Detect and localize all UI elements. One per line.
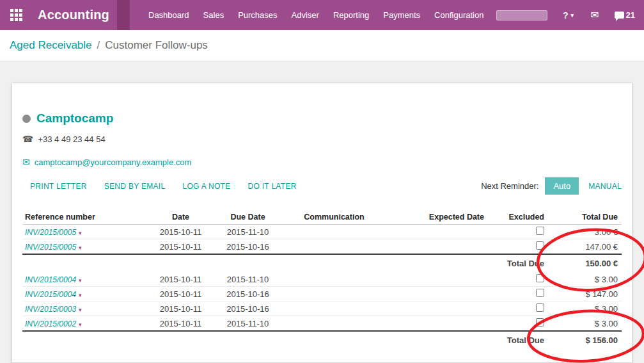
expected-date-cell[interactable] [384, 316, 489, 332]
expected-date-cell[interactable] [384, 287, 489, 302]
header-expected-date: Expected Date [384, 210, 489, 225]
menu-item-payments[interactable]: Payments [376, 0, 427, 30]
print-letter-button[interactable]: PRINT LETTER [30, 182, 87, 191]
communication-cell[interactable] [285, 316, 384, 332]
phone-icon: ☎ [22, 134, 33, 144]
invoice-link[interactable]: INV/2015/0005 [25, 243, 76, 252]
chevron-down-icon[interactable]: ▾ [79, 292, 82, 298]
table-row: INV/2015/0003▾ 2015-10-11 2015-10-16 $ 3… [22, 302, 622, 316]
send-by-email-button[interactable]: SEND BY EMAIL [104, 182, 166, 191]
table-row: INV/2015/0002▾ 2015-10-11 2015-11-10 $ 3… [22, 316, 622, 332]
invoice-link[interactable]: INV/2015/0004 [25, 290, 76, 299]
breadcrumb-aged-receivable[interactable]: Aged Receivable [10, 39, 92, 52]
main-area: Camptocamp ☎ +33 4 49 23 44 54 ✉ camptoc… [0, 61, 644, 363]
total-due-cell: $ 3.00 [554, 316, 622, 332]
message-count-badge: 21 [626, 10, 635, 20]
do-it-later-button[interactable]: DO IT LATER [247, 182, 296, 191]
customer-email-row: ✉ camptocamp@yourcompany.example.com [22, 157, 622, 167]
topbar-right: ? ▾ ✉ 21 [496, 9, 635, 21]
menu-item-configuration[interactable]: Configuration [427, 0, 491, 30]
topbar: Accounting Dashboard Sales Purchases Adv… [0, 0, 644, 30]
group-total-label: Total Due [489, 331, 554, 349]
date-cell: 2015-10-11 [150, 225, 211, 239]
expected-date-cell[interactable] [384, 225, 489, 239]
date-cell: 2015-10-11 [150, 316, 211, 332]
app-title[interactable]: Accounting [38, 8, 109, 22]
menu-item-dashboard[interactable]: Dashboard [141, 0, 196, 30]
breadcrumb-separator: / [97, 39, 100, 52]
communication-cell[interactable] [285, 272, 384, 287]
table-row: INV/2015/0004▾ 2015-10-11 2015-10-16 $ 1… [22, 287, 622, 302]
chevron-down-icon[interactable]: ▾ [79, 321, 82, 328]
due-date-cell: 2015-11-10 [211, 272, 285, 287]
due-date-cell: 2015-10-16 [211, 302, 285, 316]
chevron-down-icon[interactable]: ▾ [79, 245, 82, 251]
header-reference-number: Reference number [22, 210, 150, 225]
excluded-checkbox[interactable] [536, 227, 544, 235]
due-date-cell: 2015-10-16 [211, 287, 285, 302]
invoice-link[interactable]: INV/2015/0003 [25, 305, 76, 314]
customer-email[interactable]: camptocamp@yourcompany.example.com [35, 157, 192, 167]
total-due-cell: 3.00 € [554, 225, 622, 239]
chevron-down-icon[interactable]: ▾ [79, 230, 82, 236]
header-date: Date [150, 210, 211, 225]
date-cell: 2015-10-11 [150, 272, 211, 287]
followup-table: Reference number Date Due Date Communica… [22, 210, 622, 349]
help-menu[interactable]: ? ▾ [563, 10, 574, 20]
total-due-cell: $ 147.00 [554, 287, 622, 302]
next-reminder-label: Next Reminder: [481, 181, 538, 191]
menu-item-purchases[interactable]: Purchases [231, 0, 284, 30]
menu-item-sales[interactable]: Sales [196, 0, 232, 30]
chevron-down-icon: ▾ [571, 12, 574, 19]
table-row: INV/2015/0004▾ 2015-10-11 2015-11-10 $ 3… [22, 272, 622, 287]
envelope-icon: ✉ [22, 157, 30, 167]
topbar-divider [117, 0, 130, 30]
discuss-button[interactable]: 21 [615, 10, 635, 20]
communication-cell[interactable] [285, 239, 384, 255]
communication-cell[interactable] [285, 302, 384, 316]
communication-cell[interactable] [285, 287, 384, 302]
invoice-link[interactable]: INV/2015/0005 [25, 228, 76, 237]
chevron-down-icon[interactable]: ▾ [79, 307, 82, 313]
due-date-cell: 2015-10-16 [211, 239, 285, 255]
expected-date-cell[interactable] [384, 302, 489, 316]
excluded-checkbox[interactable] [536, 241, 544, 250]
log-a-note-button[interactable]: LOG A NOTE [182, 182, 230, 191]
excluded-checkbox[interactable] [536, 274, 544, 282]
header-excluded: Excluded [489, 210, 554, 225]
table-row: INV/2015/0005▾ 2015-10-11 2015-11-10 3.0… [22, 225, 622, 239]
due-date-cell: 2015-11-10 [211, 316, 285, 332]
total-due-cell: $ 3.00 [554, 272, 622, 287]
customer-phone: +33 4 49 23 44 54 [38, 134, 105, 144]
page-title: Customer Follow-ups [105, 39, 208, 52]
chevron-down-icon[interactable]: ▾ [79, 277, 82, 284]
invoice-link[interactable]: INV/2015/0004 [25, 275, 76, 284]
chat-bubble-icon [615, 12, 624, 19]
due-date-cell: 2015-11-10 [211, 225, 285, 239]
group-total-value: $ 156.00 [554, 331, 622, 349]
topbar-menu: Dashboard Sales Purchases Adviser Report… [141, 0, 491, 30]
excluded-checkbox[interactable] [536, 318, 544, 327]
actions-row: PRINT LETTER SEND BY EMAIL LOG A NOTE DO… [22, 177, 622, 195]
communication-cell[interactable] [285, 225, 384, 239]
total-due-cell: 147.00 € [554, 239, 622, 255]
invoice-link[interactable]: INV/2015/0002 [25, 319, 76, 328]
topbar-search-input[interactable] [496, 10, 547, 20]
apps-grid-icon[interactable] [10, 9, 22, 21]
menu-item-adviser[interactable]: Adviser [285, 0, 326, 30]
expected-date-cell[interactable] [384, 272, 489, 287]
group-total-row: Total Due $ 156.00 [22, 331, 622, 349]
customer-header: Camptocamp [22, 111, 622, 125]
excluded-checkbox[interactable] [536, 303, 544, 312]
followup-sheet: Camptocamp ☎ +33 4 49 23 44 54 ✉ camptoc… [12, 83, 632, 363]
menu-item-reporting[interactable]: Reporting [326, 0, 376, 30]
expected-date-cell[interactable] [384, 239, 489, 255]
page: Accounting Dashboard Sales Purchases Adv… [0, 0, 644, 363]
manual-reminder-button[interactable]: MANUAL [588, 182, 622, 191]
auto-reminder-button[interactable]: Auto [545, 177, 579, 195]
customer-name[interactable]: Camptocamp [36, 111, 113, 125]
date-cell: 2015-10-11 [150, 239, 211, 255]
messages-envelope-icon[interactable]: ✉ [590, 9, 599, 21]
date-cell: 2015-10-11 [150, 287, 211, 302]
excluded-checkbox[interactable] [536, 289, 544, 297]
